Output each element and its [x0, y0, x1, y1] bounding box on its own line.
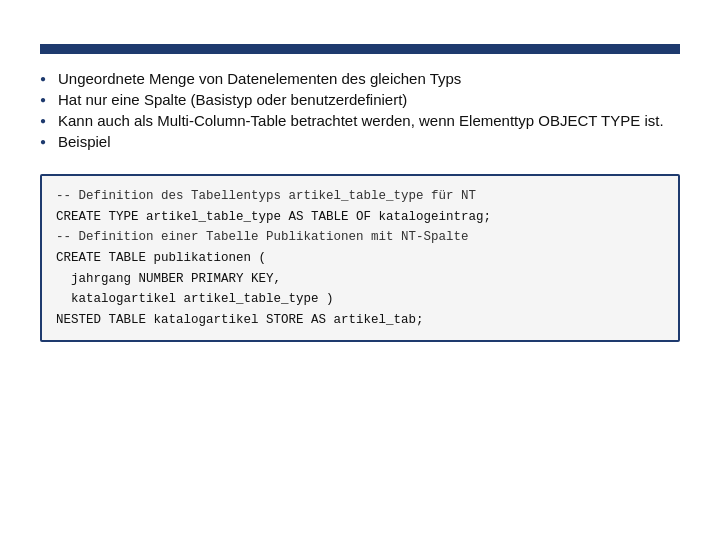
code-line-6: NESTED TABLE katalogartikel STORE AS art… — [56, 310, 664, 331]
page-title — [0, 16, 720, 44]
copyright — [0, 0, 720, 16]
code-line-4: jahrgang NUMBER PRIMARY KEY, — [56, 269, 664, 290]
code-box: -- Definition des Tabellentyps artikel_t… — [40, 174, 680, 342]
bullet-item-1: Hat nur eine Spalte (Basistyp oder benut… — [40, 91, 680, 108]
bullet-item-0: Ungeordnete Menge von Datenelementen des… — [40, 70, 680, 87]
code-line-1: CREATE TYPE artikel_table_type AS TABLE … — [56, 207, 664, 228]
blue-divider — [40, 44, 680, 54]
bullet-item-3: Beispiel — [40, 133, 680, 150]
bullet-list: Ungeordnete Menge von Datenelementen des… — [0, 54, 720, 164]
bullet-item-2: Kann auch als Multi-Column-Table betrach… — [40, 112, 680, 129]
code-line-2: -- Definition einer Tabelle Publikatione… — [56, 227, 664, 248]
code-line-0: -- Definition des Tabellentyps artikel_t… — [56, 186, 664, 207]
code-line-3: CREATE TABLE publikationen ( — [56, 248, 664, 269]
code-line-5: katalogartikel artikel_table_type ) — [56, 289, 664, 310]
